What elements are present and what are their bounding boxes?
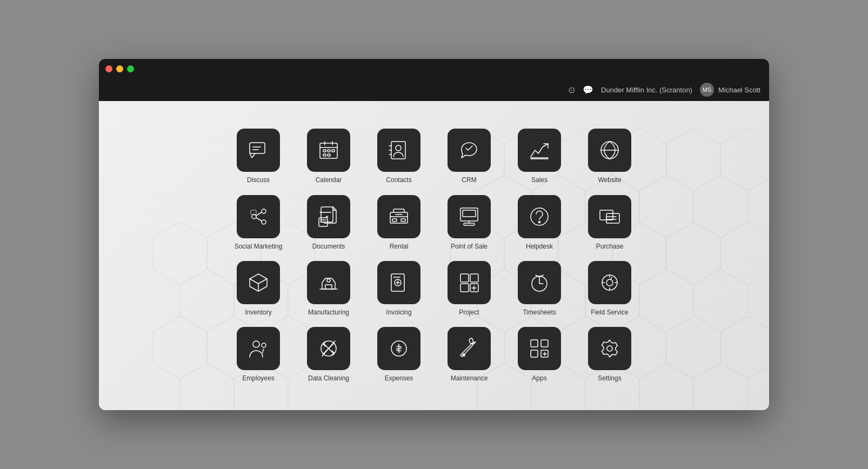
- svg-rect-93: [470, 274, 478, 282]
- svg-rect-77: [463, 210, 476, 217]
- svg-point-81: [539, 221, 540, 223]
- app-item-helpdesk[interactable]: Helpdesk: [512, 195, 566, 250]
- app-item-website[interactable]: Website: [583, 129, 637, 184]
- app-item-rental[interactable]: Rental: [372, 195, 426, 250]
- app-icon-inventory: [237, 261, 280, 304]
- app-item-expenses[interactable]: Expenses: [372, 327, 426, 382]
- svg-marker-20: [639, 269, 693, 332]
- app-label-calendar: Calendar: [316, 176, 342, 184]
- close-button[interactable]: [105, 65, 112, 72]
- svg-point-64: [262, 209, 266, 213]
- svg-point-110: [463, 354, 465, 356]
- svg-marker-31: [639, 363, 693, 410]
- app-label-point-of-sale: Point of Sale: [451, 243, 488, 250]
- svg-rect-43: [250, 143, 265, 153]
- app-icon-expenses: [377, 327, 420, 370]
- chat-icon[interactable]: 💬: [583, 85, 593, 95]
- svg-marker-38: [153, 316, 207, 379]
- svg-marker-15: [666, 222, 720, 285]
- app-item-point-of-sale[interactable]: Point of Sale: [442, 195, 496, 250]
- app-label-apps: Apps: [532, 374, 546, 382]
- app-icon-apps: [518, 327, 561, 370]
- svg-rect-112: [541, 340, 548, 347]
- app-label-contacts: Contacts: [386, 176, 411, 184]
- app-label-invoicing: Invoicing: [386, 309, 411, 316]
- app-icon-helpdesk: [518, 195, 561, 238]
- company-name[interactable]: Dunder Mifflin Inc. (Scranton): [601, 86, 692, 94]
- minimize-button[interactable]: [116, 65, 123, 72]
- app-label-social-marketing: Social Marketing: [235, 243, 283, 250]
- svg-point-117: [607, 346, 612, 351]
- app-icon-manufacturing: [307, 261, 350, 304]
- traffic-lights: [105, 65, 134, 72]
- app-icon-calendar: [307, 129, 350, 172]
- svg-marker-21: [693, 269, 747, 332]
- app-item-field-service[interactable]: Field Service: [583, 261, 637, 316]
- maximize-button[interactable]: [127, 65, 134, 72]
- svg-rect-75: [401, 219, 405, 222]
- app-label-discuss: Discuss: [247, 176, 270, 184]
- svg-point-63: [252, 215, 256, 219]
- app-icon-data-cleaning: [307, 327, 350, 370]
- app-label-helpdesk: Helpdesk: [526, 243, 553, 250]
- svg-rect-53: [323, 154, 326, 156]
- app-label-inventory: Inventory: [245, 309, 271, 316]
- app-icon-point-of-sale: [448, 195, 491, 238]
- app-label-purchase: Purchase: [596, 243, 624, 250]
- app-item-inventory[interactable]: Inventory: [231, 261, 285, 316]
- app-item-project[interactable]: Project: [442, 261, 496, 316]
- app-icon-website: [588, 129, 631, 172]
- avatar: MS: [700, 83, 714, 97]
- app-item-employees[interactable]: Employees: [231, 327, 285, 382]
- svg-point-65: [262, 220, 266, 224]
- app-label-crm: CRM: [462, 176, 476, 184]
- help-icon[interactable]: ⊙: [568, 85, 575, 95]
- app-item-documents[interactable]: Documents: [302, 195, 356, 250]
- app-item-manufacturing[interactable]: Manufacturing: [302, 261, 356, 316]
- svg-rect-92: [460, 274, 469, 282]
- app-item-timesheets[interactable]: Timesheets: [512, 261, 566, 316]
- app-item-discuss[interactable]: Discuss: [231, 129, 285, 184]
- app-item-calendar[interactable]: Calendar: [302, 129, 356, 184]
- svg-rect-52: [332, 150, 335, 152]
- svg-marker-32: [693, 363, 747, 410]
- app-icon-sales: [518, 129, 561, 172]
- svg-point-102: [606, 279, 613, 286]
- app-icon-documents: [307, 195, 350, 238]
- app-item-social-marketing[interactable]: Social Marketing: [231, 195, 285, 250]
- app-item-purchase[interactable]: Purchase: [583, 195, 637, 250]
- svg-rect-68: [251, 210, 256, 215]
- svg-point-87: [327, 279, 330, 282]
- svg-line-67: [256, 218, 262, 221]
- svg-rect-51: [328, 150, 330, 152]
- app-icon-contacts: [377, 129, 420, 172]
- app-label-manufacturing: Manufacturing: [308, 309, 349, 316]
- user-section[interactable]: MS Michael Scott: [700, 83, 760, 97]
- app-icon-invoicing: [377, 261, 420, 304]
- app-icon-project: [448, 261, 491, 304]
- svg-marker-27: [720, 316, 769, 379]
- app-icon-rental: [377, 195, 420, 238]
- app-icon-field-service: [588, 261, 631, 304]
- app-item-maintenance[interactable]: Maintenance: [442, 327, 496, 382]
- main-window: ⊙ 💬 Dunder Mifflin Inc. (Scranton) MS Mi…: [99, 59, 769, 410]
- svg-marker-33: [153, 222, 207, 285]
- svg-marker-36: [180, 269, 234, 332]
- app-item-data-cleaning[interactable]: Data Cleaning: [302, 327, 356, 382]
- app-label-documents: Documents: [312, 243, 345, 250]
- app-item-invoicing[interactable]: Invoicing: [372, 261, 426, 316]
- svg-marker-10: [693, 175, 747, 238]
- svg-marker-41: [180, 363, 234, 410]
- app-item-contacts[interactable]: Contacts: [372, 129, 426, 184]
- app-item-crm[interactable]: CRM: [442, 129, 496, 184]
- app-item-settings[interactable]: Settings: [583, 327, 637, 382]
- app-item-sales[interactable]: Sales: [512, 129, 566, 184]
- svg-line-103: [611, 277, 612, 279]
- svg-marker-5: [720, 128, 769, 191]
- main-content: DiscussCalendarContactsCRMSalesWebsiteSo…: [99, 101, 769, 410]
- svg-rect-74: [392, 219, 397, 222]
- app-item-apps[interactable]: Apps: [512, 327, 566, 382]
- app-label-sales: Sales: [531, 176, 547, 184]
- app-label-field-service: Field Service: [591, 309, 628, 316]
- app-icon-employees: [237, 327, 280, 370]
